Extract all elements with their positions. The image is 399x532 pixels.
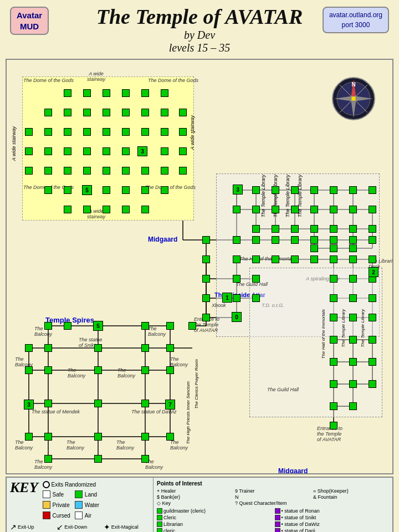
room-node (310, 186, 318, 194)
room-node (161, 89, 168, 97)
balcony-7: TheBalcony (15, 439, 33, 451)
room-node (103, 206, 110, 213)
room-node (179, 147, 187, 155)
room-node (330, 402, 337, 410)
room-node (141, 433, 149, 441)
room-node (94, 344, 102, 352)
cursed-color (43, 511, 50, 519)
stairway-top: A widestairway (87, 71, 105, 82)
room-node (179, 128, 187, 136)
svg-point-249 (351, 96, 356, 101)
room-node (44, 167, 52, 175)
room-node (64, 322, 71, 330)
key-land: Land (75, 490, 103, 498)
room-node (122, 167, 130, 175)
room-node (141, 109, 149, 116)
avatar-badge: Avatar MUD (10, 7, 49, 35)
room-node (64, 109, 71, 116)
room-node (202, 236, 210, 244)
poi-statue-ronan: • statue of Ronan (275, 508, 390, 514)
room-node (64, 186, 71, 194)
room-node (310, 244, 318, 252)
room-node (25, 344, 33, 352)
clerics-label: The Clerics Prayer Room (194, 359, 199, 409)
poi-librarian: Librarian (157, 521, 272, 527)
guild-hall-label2: The Guild Hall (267, 387, 299, 392)
temple-lib-r1: The Temple Library (341, 309, 346, 347)
dome-tr-label: The Dome of the Gods (148, 78, 198, 83)
room-node (272, 186, 279, 194)
exits-randomized-icon (43, 481, 50, 488)
room-node (25, 433, 33, 441)
room-node (310, 236, 318, 244)
poi-quest: ? Quest Character/Item (235, 500, 389, 506)
room-node (291, 225, 299, 233)
room-node (161, 186, 168, 194)
midgaard-bottom-label: Midgaard (278, 467, 308, 474)
private-color (43, 501, 50, 509)
statue-mendek: The statue of Mendek (32, 409, 80, 415)
room-node (141, 344, 149, 352)
room-node (349, 314, 357, 321)
room-node (252, 236, 260, 244)
room-node (141, 167, 149, 175)
room-node (349, 336, 357, 344)
room-node (44, 344, 52, 352)
room-node (44, 109, 52, 116)
room-node (141, 400, 149, 407)
room-node (330, 275, 337, 283)
key-safe: Safe (43, 490, 70, 498)
room-node (103, 109, 110, 116)
room-node (252, 206, 260, 213)
room-node (369, 314, 376, 321)
hall-immortals-r-label: The Hall of the Immortals (321, 309, 326, 359)
xbook-label: Xbook (212, 303, 226, 308)
balcony-2: TheBalcony (148, 326, 166, 337)
room-node (233, 255, 241, 263)
room-node (141, 206, 149, 213)
room-node (310, 206, 318, 213)
room-node (83, 206, 91, 213)
page-subtitle-levels: levels 15 – 35 (0, 42, 399, 54)
room-node (349, 225, 357, 233)
balcony-9: TheBalcony (116, 439, 134, 451)
room-node (202, 275, 210, 283)
room-node (349, 186, 357, 194)
room-node (25, 167, 33, 175)
room-node (330, 186, 337, 194)
room-node (25, 366, 33, 374)
room-node (25, 147, 33, 155)
key-section: KEY Exits Randomized Safe Land (6, 477, 393, 532)
room-node (122, 109, 130, 116)
room-node (166, 344, 174, 352)
room-node (330, 255, 337, 263)
page-header: Avatar MUD The Temple of AVATAR by Dev l… (0, 0, 399, 57)
room-node (161, 147, 168, 155)
exit-up: ↗Exit-Up (10, 523, 56, 531)
room-node (44, 147, 52, 155)
room-node (272, 206, 279, 213)
midgaard-top-label: Midgaard (148, 236, 177, 243)
key-right: Points of Interest + Healer 9 Trainer = … (154, 478, 392, 532)
room-node-5: 5 (82, 185, 92, 195)
room-node (349, 244, 357, 252)
room-node (64, 128, 71, 136)
poi-key: ◇ Key (157, 500, 233, 506)
key-title: KEY (10, 480, 38, 495)
land-color (75, 490, 83, 498)
room-node (369, 294, 376, 302)
poi-statue-snikt: • statue of Snikt (275, 515, 390, 520)
room-node (44, 128, 52, 136)
room-node (141, 89, 149, 97)
room-node (233, 206, 241, 213)
room-node (44, 400, 52, 407)
room-node (122, 186, 130, 194)
room-node (330, 236, 337, 244)
poi-cleric2: cleric (157, 528, 272, 532)
room-node (44, 186, 52, 194)
balcony-4: TheBalcony (68, 367, 85, 378)
balcony-6: TheBalcony (170, 356, 188, 367)
room-lib-2: 2 (369, 267, 378, 277)
room-node (166, 366, 174, 374)
room-lib-3: 3 (233, 185, 243, 195)
